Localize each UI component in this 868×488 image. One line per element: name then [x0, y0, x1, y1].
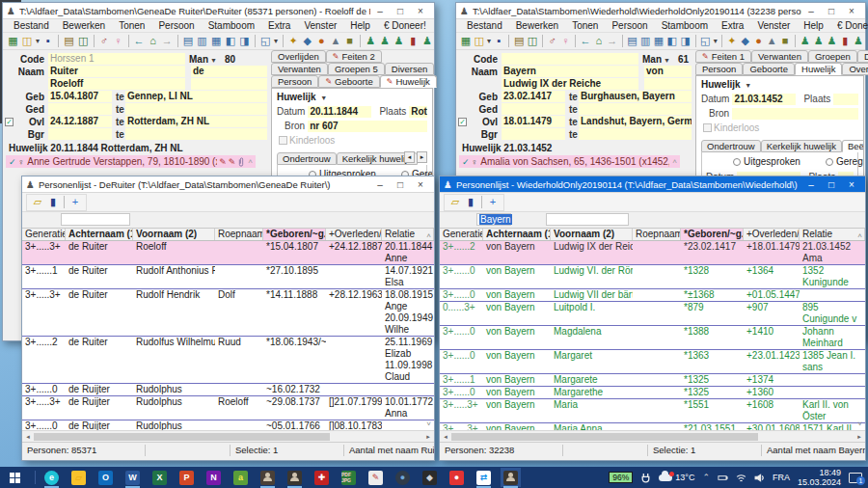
- menu-item[interactable]: Extra: [261, 20, 297, 31]
- person-green-3-icon[interactable]: ♟: [392, 34, 406, 48]
- prefix-field[interactable]: von: [644, 66, 692, 77]
- tray-expand-icon[interactable]: ⌃: [702, 473, 710, 482]
- open-caret-icon[interactable]: ▾: [486, 34, 493, 48]
- pencil-icon[interactable]: ✎: [229, 157, 236, 167]
- menu-item[interactable]: Bestand: [460, 20, 509, 31]
- column-header[interactable]: *Geboren/~g...: [263, 229, 326, 240]
- taskbar-red-cross-icon[interactable]: ✚: [312, 468, 332, 487]
- table-row[interactable]: 3+......0 von Bayern Magdalena *1388 +14…: [440, 326, 865, 350]
- scroll-up-icon[interactable]: ˄: [426, 231, 431, 240]
- tree-icon[interactable]: ▲: [329, 34, 343, 48]
- menu-item[interactable]: Persoon: [151, 20, 201, 31]
- marriage-date-field[interactable]: 20.11.1844: [308, 106, 371, 118]
- new-tree-icon[interactable]: ▦: [6, 34, 20, 48]
- scroll-up-icon[interactable]: ˄: [857, 231, 862, 240]
- sex-dropdown[interactable]: Man▼: [189, 54, 217, 65]
- taskbar-pdf-jpg-icon[interactable]: PDF JPG: [339, 468, 359, 487]
- pencil-icon[interactable]: ✎: [219, 157, 227, 167]
- childless-checkbox[interactable]: [703, 123, 712, 132]
- portrait-icon[interactable]: ●: [752, 34, 766, 48]
- column-header[interactable]: Voornaam (2): [551, 229, 633, 240]
- weather-widget[interactable]: 13°C: [659, 473, 694, 482]
- male-person-icon[interactable]: ♂: [96, 34, 111, 48]
- table-row[interactable]: 3+......2 de Ruiter Rudolfus Wilhelmus .…: [22, 337, 434, 384]
- screen-caret-icon[interactable]: ▾: [712, 34, 719, 48]
- tab[interactable]: Overlijden: [271, 50, 326, 63]
- tab[interactable]: Huwelijk: [380, 75, 437, 88]
- minimize-button[interactable]: –: [801, 179, 821, 190]
- menu-item[interactable]: Stamboom: [202, 20, 261, 31]
- prefix-field[interactable]: de: [191, 66, 267, 77]
- column-header[interactable]: Voornaam (2): [133, 229, 215, 240]
- new-tree-icon[interactable]: ▦: [459, 34, 473, 48]
- window-2-icon[interactable]: ▥: [638, 34, 652, 48]
- maximize-button[interactable]: □: [822, 6, 841, 16]
- table-row[interactable]: 3+.....3+ de Ruiter Roeloff *15.04.1807 …: [22, 241, 434, 265]
- lock-icon[interactable]: ▮: [463, 195, 478, 209]
- menu-item[interactable]: Bewerken: [56, 20, 112, 31]
- firstname-filter-input[interactable]: [546, 213, 629, 226]
- table-row[interactable]: 3+......0 de Ruijter Rudolphus ~05.01.17…: [22, 420, 434, 430]
- death-checkbox[interactable]: ✓: [458, 118, 467, 126]
- scroll-right-icon[interactable]: ▸: [422, 433, 434, 441]
- column-header[interactable]: Achternaam (1): [483, 229, 551, 240]
- subtab-right-arrow[interactable]: ▸: [417, 151, 427, 163]
- scroll-down-icon[interactable]: ˅: [426, 420, 431, 428]
- female-person-icon[interactable]: ♀: [559, 34, 573, 48]
- childless-checkbox[interactable]: [279, 136, 287, 145]
- menu-item[interactable]: Bestand: [7, 20, 56, 31]
- tab[interactable]: Groepen: [808, 50, 857, 63]
- report-icon[interactable]: ▤: [62, 34, 76, 48]
- clock[interactable]: 18:49 15.03.2024: [798, 468, 841, 487]
- menu-item[interactable]: Tonen: [112, 20, 151, 31]
- radio-geregistreerd[interactable]: Geregistreerd: [826, 156, 864, 167]
- death-checkbox[interactable]: ✓: [5, 118, 14, 126]
- horizontal-scrollbar[interactable]: ◂ ▸: [440, 430, 865, 442]
- battery-icon[interactable]: [718, 473, 728, 483]
- back-icon[interactable]: ←: [579, 34, 592, 48]
- award-icon[interactable]: ✦: [725, 34, 739, 48]
- baptism-date-field[interactable]: [48, 103, 112, 115]
- menu-item[interactable]: Stamboom: [655, 20, 715, 31]
- marriage-place-field[interactable]: Rotterdam, ZH NL: [409, 106, 427, 118]
- tab[interactable]: Huwelijk: [795, 63, 842, 75]
- given-name-field[interactable]: Roeloff: [48, 78, 185, 90]
- subtab[interactable]: Ondertrouw: [701, 140, 761, 152]
- forward-icon[interactable]: →: [160, 34, 175, 48]
- tab[interactable]: Persoon: [271, 75, 318, 88]
- menu-item[interactable]: Venster: [297, 20, 343, 31]
- tab[interactable]: Diversen: [857, 50, 868, 63]
- baptism-place-field[interactable]: [125, 103, 267, 115]
- taskbar-red-dot-icon[interactable]: ●: [447, 468, 467, 487]
- move-icon[interactable]: +: [485, 195, 501, 209]
- minimize-button[interactable]: –: [370, 179, 390, 190]
- battery-percent-badge[interactable]: 96%: [609, 472, 633, 483]
- tree-icon[interactable]: ▲: [765, 34, 778, 48]
- scroll-left-icon[interactable]: ◂: [440, 433, 451, 441]
- column-header[interactable]: Relatie: [800, 229, 865, 240]
- person-green-2-icon[interactable]: ♟: [812, 34, 826, 48]
- screen-icon[interactable]: ◱: [258, 34, 273, 48]
- back-icon[interactable]: ←: [132, 34, 147, 48]
- menu-item[interactable]: Venster: [750, 20, 797, 31]
- marriage-place-field[interactable]: [833, 94, 858, 105]
- scrollbar-thumb[interactable]: [451, 433, 758, 441]
- move-icon[interactable]: +: [68, 195, 83, 209]
- burial-place-field[interactable]: [125, 128, 267, 140]
- sex-dropdown[interactable]: Man▼: [642, 54, 670, 65]
- person-green-4-icon[interactable]: ♟: [852, 34, 865, 48]
- scroll-right-icon[interactable]: ▸: [854, 433, 865, 441]
- taskbar-person-active-icon[interactable]: [501, 468, 521, 487]
- titlebar[interactable]: ♟ T:\Aldfaer_Data\Stambomen\GeneaDe Ruit…: [3, 3, 434, 19]
- menu-item[interactable]: Bewerken: [509, 20, 565, 31]
- birth-place-field[interactable]: Burghausen, Bayern: [579, 91, 692, 102]
- death-place-field[interactable]: Rotterdam, ZH NL: [125, 116, 267, 127]
- column-header[interactable]: Generatie: [440, 229, 483, 240]
- table-row[interactable]: 3+.....3+ de Ruiter Rudolf Hendrik Dolf …: [22, 289, 434, 337]
- scrollbar-thumb[interactable]: [34, 433, 330, 441]
- taskbar-design-icon[interactable]: ✎: [366, 468, 386, 487]
- maximize-button[interactable]: □: [822, 179, 841, 190]
- menu-item[interactable]: € Doneer!: [377, 20, 433, 31]
- person-green-4-icon[interactable]: ♟: [420, 34, 435, 48]
- window-3-icon[interactable]: ▦: [652, 34, 665, 48]
